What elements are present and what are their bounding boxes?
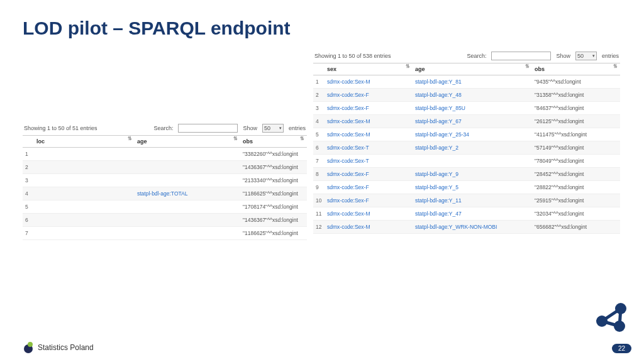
cell-age[interactable]: statpl-bdl-age:Y_85U <box>413 102 532 115</box>
cell-loc[interactable] <box>34 148 135 161</box>
row-index: 1 <box>23 148 34 161</box>
cell-obs: "25915"^^xsd:longint <box>532 194 620 207</box>
row-index: 7 <box>313 155 325 168</box>
cell-age[interactable]: statpl-bdl-age:Y_WRK-NON-MOBI <box>413 221 532 234</box>
entries-label: entries <box>602 53 619 59</box>
cell-age[interactable]: statpl-bdl-age:Y_48 <box>413 89 532 102</box>
table-controls: Showing 1 to 50 of 538 entries Search: S… <box>313 49 620 63</box>
chevron-down-icon: ▾ <box>279 126 282 131</box>
cell-sex[interactable]: sdmx-code:Sex-M <box>325 207 413 221</box>
cell-age[interactable] <box>135 174 240 187</box>
showing-text: Showing 1 to 50 of 51 entries <box>24 125 97 131</box>
cell-obs: "411475"^^xsd:longint <box>532 128 620 141</box>
page-number: 22 <box>612 344 631 353</box>
page-size-value: 50 <box>264 125 270 131</box>
row-index: 12 <box>313 221 325 234</box>
col-index[interactable] <box>23 136 34 148</box>
cell-age[interactable] <box>135 161 240 174</box>
cell-obs: "32034"^^xsd:longint <box>532 207 620 221</box>
logo-icon <box>23 342 34 353</box>
row-index: 1 <box>313 75 325 89</box>
entries-label: entries <box>289 125 306 131</box>
search-label: Search: <box>467 53 486 59</box>
cell-loc[interactable] <box>34 174 135 187</box>
cell-age[interactable]: statpl-bdl-age:Y_67 <box>413 115 532 128</box>
table-row: 12sdmx-code:Sex-Mstatpl-bdl-age:Y_WRK-NO… <box>313 221 620 234</box>
sort-icon: ⇅ <box>525 65 530 69</box>
cell-loc[interactable] <box>34 161 135 174</box>
cell-age[interactable] <box>135 214 240 227</box>
table-row: 4sdmx-code:Sex-Mstatpl-bdl-age:Y_67"2612… <box>313 115 620 128</box>
cell-obs: "2133340"^^xsd:longint <box>240 174 307 187</box>
cell-obs: "3382260"^^xsd:longint <box>240 148 307 161</box>
cell-obs: "1708174"^^xsd:longint <box>240 200 307 214</box>
search-label: Search: <box>153 125 173 131</box>
table-row: 11sdmx-code:Sex-Mstatpl-bdl-age:Y_47"320… <box>313 207 620 221</box>
col-index[interactable] <box>313 63 325 75</box>
row-index: 6 <box>23 214 34 227</box>
cell-age[interactable]: statpl-bdl-age:Y_11 <box>413 194 532 207</box>
cell-age[interactable]: statpl-bdl-age:Y_5 <box>413 181 532 194</box>
cell-obs: "9435"^^xsd:longint <box>532 75 620 89</box>
col-loc[interactable]: loc⇅ <box>34 136 135 148</box>
cell-loc[interactable] <box>34 187 135 200</box>
cell-obs: "78049"^^xsd:longint <box>532 155 620 168</box>
search-input[interactable] <box>491 52 551 60</box>
page-size-select[interactable]: 50 ▾ <box>575 52 597 60</box>
col-sex[interactable]: sex⇅ <box>325 63 413 75</box>
cell-sex[interactable]: sdmx-code:Sex-M <box>325 75 413 89</box>
cell-age[interactable] <box>135 227 240 240</box>
cell-sex[interactable]: sdmx-code:Sex-F <box>325 168 413 181</box>
table-row: 3sdmx-code:Sex-Fstatpl-bdl-age:Y_85U"846… <box>313 102 620 115</box>
col-obs[interactable]: obs⇅ <box>532 63 620 75</box>
col-age[interactable]: age⇅ <box>413 63 532 75</box>
cell-obs: "26125"^^xsd:longint <box>532 115 620 128</box>
row-index: 3 <box>23 174 34 187</box>
results-table-left: Showing 1 to 50 of 51 entries Search: Sh… <box>23 121 307 240</box>
cell-sex[interactable]: sdmx-code:Sex-F <box>325 194 413 207</box>
table-row: 10sdmx-code:Sex-Fstatpl-bdl-age:Y_11"259… <box>313 194 620 207</box>
cell-obs: "84637"^^xsd:longint <box>532 102 620 115</box>
cell-age[interactable]: statpl-bdl-age:TOTAL <box>135 187 240 200</box>
footer-logo: Statistics Poland <box>23 342 94 353</box>
cell-age[interactable]: statpl-bdl-age:Y_81 <box>413 75 532 89</box>
row-index: 4 <box>313 115 325 128</box>
table-row: 1sdmx-code:Sex-Mstatpl-bdl-age:Y_81"9435… <box>313 75 620 89</box>
page-size-select[interactable]: 50 ▾ <box>262 124 284 133</box>
col-obs[interactable]: obs⇅ <box>240 136 307 148</box>
page-size-value: 50 <box>577 53 584 59</box>
cell-obs: "28452"^^xsd:longint <box>532 168 620 181</box>
cell-sex[interactable]: sdmx-code:Sex-M <box>325 115 413 128</box>
cell-age[interactable] <box>135 148 240 161</box>
cell-loc[interactable] <box>34 214 135 227</box>
cell-age[interactable]: statpl-bdl-age:Y_25-34 <box>413 128 532 141</box>
search-input[interactable] <box>178 124 238 133</box>
cell-loc[interactable] <box>34 227 135 240</box>
row-index: 5 <box>313 128 325 141</box>
table-row: 4statpl-bdl-age:TOTAL"1186625"^^xsd:long… <box>23 187 307 200</box>
cell-loc[interactable] <box>34 200 135 214</box>
table-row: 6"1436367"^^xsd:longint <box>23 214 307 227</box>
table-controls: Showing 1 to 50 of 51 entries Search: Sh… <box>23 121 307 135</box>
sort-icon: ⇅ <box>128 137 132 141</box>
cell-sex[interactable]: sdmx-code:Sex-M <box>325 128 413 141</box>
row-index: 10 <box>313 194 325 207</box>
cell-age[interactable]: statpl-bdl-age:Y_2 <box>413 141 532 155</box>
cell-sex[interactable]: sdmx-code:Sex-M <box>325 221 413 234</box>
cell-age[interactable] <box>135 200 240 214</box>
row-index: 11 <box>313 207 325 221</box>
col-age[interactable]: age⇅ <box>135 136 240 148</box>
cell-sex[interactable]: sdmx-code:Sex-T <box>325 155 413 168</box>
cell-age[interactable]: statpl-bdl-age:Y_47 <box>413 207 532 221</box>
cell-sex[interactable]: sdmx-code:Sex-T <box>325 141 413 155</box>
show-label: Show <box>243 125 257 131</box>
cell-sex[interactable]: sdmx-code:Sex-F <box>325 181 413 194</box>
results-table-right: Showing 1 to 50 of 538 entries Search: S… <box>313 49 620 234</box>
cell-sex[interactable]: sdmx-code:Sex-F <box>325 102 413 115</box>
table-row: 7sdmx-code:Sex-T"78049"^^xsd:longint <box>313 155 620 168</box>
cell-age[interactable] <box>413 155 532 168</box>
cell-sex[interactable]: sdmx-code:Sex-F <box>325 89 413 102</box>
row-index: 5 <box>23 200 34 214</box>
cell-age[interactable]: statpl-bdl-age:Y_9 <box>413 168 532 181</box>
row-index: 9 <box>313 181 325 194</box>
